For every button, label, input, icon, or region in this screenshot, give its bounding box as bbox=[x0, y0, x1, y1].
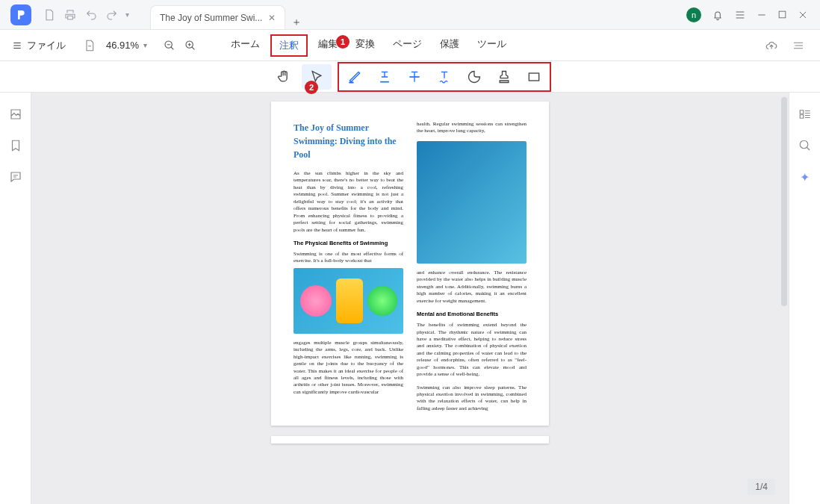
strikethrough-tool-icon[interactable] bbox=[400, 64, 429, 90]
hand-tool-icon[interactable] bbox=[269, 64, 299, 90]
document-tabs: The Joy of Summer Swi... ✕ ＋ bbox=[150, 0, 308, 29]
search-icon[interactable] bbox=[798, 139, 812, 152]
zoom-in-icon[interactable] bbox=[180, 40, 201, 52]
redo-icon[interactable] bbox=[102, 9, 122, 21]
document-title: The Joy of Summer Swimming: Diving into … bbox=[293, 121, 403, 161]
sidebar-left bbox=[0, 93, 31, 504]
menu-annotate[interactable]: 注釈 bbox=[270, 34, 308, 57]
svg-rect-3 bbox=[529, 73, 538, 81]
notifications-icon[interactable] bbox=[712, 9, 724, 21]
titlebar: ▾ The Joy of Summer Swi... ✕ ＋ n bbox=[0, 0, 820, 30]
doc-icon[interactable] bbox=[39, 9, 60, 21]
squiggly-tool-icon[interactable] bbox=[429, 64, 459, 90]
menu-page[interactable]: ページ bbox=[385, 34, 429, 57]
print-icon[interactable] bbox=[60, 9, 81, 21]
thumbnails-icon[interactable] bbox=[9, 108, 22, 121]
menu-icon[interactable] bbox=[734, 9, 746, 21]
window-controls: n bbox=[686, 7, 820, 22]
sticker-tool-icon[interactable] bbox=[459, 64, 489, 90]
page-indicator[interactable]: 1/4 bbox=[748, 479, 775, 495]
callout-badge-2: 2 bbox=[305, 81, 318, 94]
doc-para: The benefits of swimming extend beyond t… bbox=[417, 322, 527, 379]
ai-sparkle-icon[interactable]: ✦ bbox=[800, 170, 810, 184]
doc-para: and enhance overall endurance. The resis… bbox=[417, 270, 527, 305]
doc-image-swimmer bbox=[417, 141, 527, 264]
highlight-tool-icon[interactable] bbox=[340, 64, 370, 90]
menu-home[interactable]: ホーム bbox=[223, 34, 267, 57]
doc-para: Swimming is one of the most effective fo… bbox=[293, 251, 403, 265]
cloud-icon[interactable] bbox=[765, 39, 778, 52]
sidebar-right: ✦ bbox=[789, 93, 820, 504]
svg-point-4 bbox=[800, 140, 808, 149]
properties-icon[interactable] bbox=[798, 108, 812, 121]
minimize-icon[interactable] bbox=[757, 10, 767, 20]
menu-protect[interactable]: 保護 bbox=[432, 34, 467, 57]
annotation-tools-group bbox=[338, 62, 551, 92]
main-menu: ホーム 注釈 編集 変換 ページ 保護 ツール bbox=[223, 34, 514, 57]
hamburger-icon bbox=[12, 40, 22, 51]
zoom-level[interactable]: 46.91% bbox=[106, 40, 139, 51]
tab-title: The Joy of Summer Swi... bbox=[160, 13, 262, 23]
doc-para: engages multiple muscle groups simultane… bbox=[293, 340, 403, 396]
annotation-toolbar bbox=[0, 61, 820, 93]
callout-badge-1: 1 bbox=[336, 35, 350, 49]
stamp-tool-icon[interactable] bbox=[489, 64, 519, 90]
doc-heading: The Physical Benefits of Swimming bbox=[293, 240, 403, 246]
file-label: ファイル bbox=[27, 39, 66, 52]
file-menu[interactable]: ファイル bbox=[12, 39, 66, 52]
rectangle-tool-icon[interactable] bbox=[519, 64, 549, 90]
doc-para: health. Regular swimming sessions can st… bbox=[417, 121, 527, 135]
next-page-peek bbox=[271, 436, 549, 444]
scrollbar-thumb[interactable] bbox=[781, 97, 787, 306]
avatar[interactable]: n bbox=[686, 7, 701, 22]
comments-icon[interactable] bbox=[9, 170, 22, 184]
document-page: The Joy of Summer Swimming: Diving into … bbox=[271, 102, 549, 426]
maximize-icon[interactable] bbox=[777, 10, 787, 19]
app-logo[interactable] bbox=[10, 4, 31, 25]
workspace: The Joy of Summer Swimming: Diving into … bbox=[0, 93, 820, 504]
underline-tool-icon[interactable] bbox=[370, 64, 400, 90]
tab-add-icon[interactable]: ＋ bbox=[285, 16, 308, 29]
settings-lines-icon[interactable] bbox=[792, 39, 805, 52]
document-tab[interactable]: The Joy of Summer Swi... ✕ bbox=[150, 5, 285, 29]
doc-heading: Mental and Emotional Benefits bbox=[417, 311, 527, 317]
menu-convert[interactable]: 変換 bbox=[348, 34, 382, 57]
scrollbar[interactable] bbox=[781, 93, 787, 496]
menu-tools[interactable]: ツール bbox=[470, 34, 514, 57]
doc-para: As the sun climbs higher in the sky and … bbox=[293, 170, 403, 234]
page-view-icon[interactable] bbox=[79, 40, 100, 52]
tab-close-icon[interactable]: ✕ bbox=[268, 13, 276, 23]
zoom-out-icon[interactable] bbox=[159, 40, 180, 52]
menubar-right bbox=[765, 39, 820, 52]
bookmark-icon[interactable] bbox=[9, 139, 22, 152]
undo-icon[interactable] bbox=[81, 9, 102, 21]
quick-access-caret[interactable]: ▾ bbox=[125, 10, 129, 19]
close-icon[interactable] bbox=[798, 10, 808, 20]
svg-rect-0 bbox=[779, 11, 786, 18]
zoom-caret[interactable]: ▾ bbox=[143, 41, 147, 49]
doc-para: Swimming can also improve sleep patterns… bbox=[417, 385, 527, 413]
menubar: ファイル 46.91% ▾ ホーム 注釈 編集 変換 ページ 保護 ツール bbox=[0, 30, 820, 61]
document-canvas[interactable]: The Joy of Summer Swimming: Diving into … bbox=[31, 93, 789, 504]
doc-image-pool-toys bbox=[293, 268, 403, 334]
